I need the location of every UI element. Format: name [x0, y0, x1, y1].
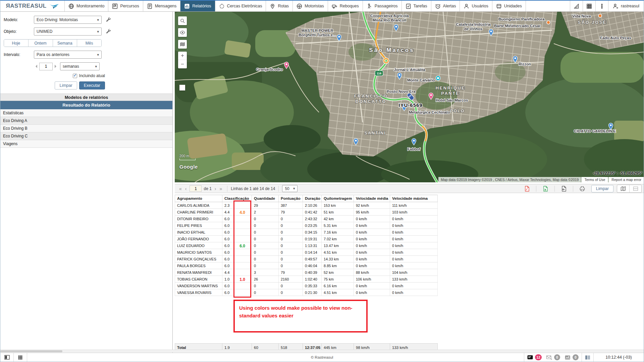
scrollbar-thumb[interactable] — [0, 350, 62, 352]
result-section-header[interactable]: Resultado do Relatório — [0, 101, 172, 109]
split-view-toggle[interactable] — [629, 185, 641, 192]
tab-monitoramento[interactable]: Monitoramento — [65, 1, 108, 11]
limpar-button[interactable]: Limpar — [55, 81, 77, 89]
table-row[interactable]: VANDERSON MARTINS 6.0 0 0 0:35:33 6.16 k… — [175, 283, 438, 289]
objeto-config-button[interactable] — [106, 28, 111, 35]
result-list-item[interactable]: Eco Driving A — [0, 117, 172, 125]
range-ontem-button[interactable]: Ontem — [28, 40, 53, 47]
more-menu-button[interactable] — [595, 1, 608, 11]
decrement-arrow-icon[interactable] — [34, 65, 37, 68]
table-row[interactable]: JOÃO FERNANDO 6.0 0 0 0:19:31 7.02 km 0 … — [175, 236, 438, 242]
prev-page-button[interactable] — [183, 186, 189, 191]
map-selection-box[interactable] — [179, 85, 185, 90]
orange-poi-icon[interactable] — [547, 21, 550, 24]
poi-label[interactable]: Monte Calvário — [407, 78, 435, 82]
tab-cercas-eletronicas[interactable]: Cercas Eletrônicas — [215, 1, 266, 11]
tab-relatorios[interactable]: Relatórios — [180, 1, 215, 11]
grid-limpar-button[interactable]: Limpar — [591, 185, 613, 192]
tab-mensagens[interactable]: Mensagens — [143, 1, 181, 11]
column-header[interactable]: Quantidade — [252, 195, 279, 202]
zoom-in-button[interactable]: + — [178, 52, 187, 60]
vehicle-plate-label[interactable]: IYU-6569 — [398, 102, 422, 108]
apps-grid-button[interactable] — [583, 1, 595, 11]
tab-motoristas[interactable]: Motoristas — [293, 1, 328, 11]
notifications-group[interactable]: 12 0 0 — [524, 353, 582, 362]
table-row[interactable]: LUIZ EDUARDO 6.0 0 0 1:13:31 13.47 km 0 … — [175, 242, 438, 249]
account-menu[interactable]: rastreasul — [608, 1, 644, 11]
poi-label[interactable]: Granja Scodro — [256, 67, 283, 71]
poi-label[interactable]: Vida Nova — [572, 14, 591, 18]
poi-label[interactable]: MASTER POWER — [301, 28, 333, 33]
bottom-grid-button[interactable] — [14, 353, 27, 362]
poi-label[interactable]: Barte Minimercado Cesar — [494, 24, 541, 28]
tab-rotas[interactable]: Rotas — [266, 1, 293, 11]
poi-label[interactable]: Catafesta Indústria — [456, 22, 491, 26]
poi-label[interactable]: Borghetti Turbos e... — [299, 33, 336, 37]
interval-count-input[interactable] — [39, 63, 53, 70]
next-page-button[interactable] — [213, 186, 218, 191]
column-header[interactable]: Velocidade média — [354, 195, 390, 202]
range-mes-button[interactable]: Mês — [77, 40, 101, 47]
executar-button[interactable]: Executar — [79, 81, 105, 89]
interval-unit-select[interactable]: semanas — [60, 62, 100, 70]
table-row[interactable]: CHARLINE PRIMIERI 4.4 2 79 0:41:42 51 km… — [175, 209, 438, 216]
column-header[interactable]: Velocidade máxima — [390, 195, 438, 202]
poi-label[interactable]: Fabbof — [408, 147, 420, 151]
map-layers-button[interactable] — [178, 40, 187, 49]
tab-reboques[interactable]: Reboques — [328, 1, 363, 11]
tab-tarefas[interactable]: Tarefas — [402, 1, 431, 11]
table-row[interactable]: FELIPE PIRES 6.0 0 0 0:23:25 5.31 km 0 k… — [175, 222, 438, 229]
table-row[interactable]: PAULA BORGES 6.0 0 0 0:46:04 8.85 km 0 k… — [175, 262, 438, 269]
tab-percursos[interactable]: Percursos — [108, 1, 143, 11]
intervalo-select[interactable]: Para os anteriores — [34, 51, 102, 59]
terms-of-use-link[interactable]: Terms of Use — [581, 177, 608, 182]
page-number-input[interactable] — [190, 185, 202, 192]
table-row[interactable]: CARLOS ALMEIDA 2.3 29 387 2:10:26 153 km… — [175, 202, 438, 209]
measure-tool-button[interactable] — [570, 1, 583, 11]
tab-usuarios[interactable]: Usuários — [460, 1, 492, 11]
table-row[interactable]: RENATA MANFREDI 4.4 3 79 0:40:39 52 km 8… — [175, 269, 438, 276]
tab-unidades[interactable]: Unidades — [492, 1, 526, 11]
models-section-header[interactable]: Modelos de relatórios — [0, 94, 172, 101]
poi-label[interactable]: Cooperativa Agrícola — [370, 14, 409, 18]
result-list-item[interactable]: Viagens — [0, 140, 172, 148]
map-visibility-button[interactable] — [178, 28, 187, 37]
panel-layout-button[interactable] — [582, 353, 593, 362]
last-page-button[interactable] — [218, 186, 224, 191]
column-header[interactable]: Quilometragem — [322, 195, 354, 202]
export-file-button[interactable] — [558, 185, 570, 192]
table-row[interactable]: VANESSA ROVARIS 6.0 0 0 0:21:30 4.51 km … — [175, 289, 438, 296]
poi-label[interactable]: de Vinhos — [464, 27, 483, 31]
map-container[interactable]: 116 — [175, 12, 644, 182]
poi-label[interactable]: Posto Novo Era — [387, 89, 416, 94]
export-pdf-button[interactable] — [521, 185, 533, 192]
export-excel-button[interactable] — [540, 185, 551, 192]
print-button[interactable] — [577, 185, 588, 192]
poi-label[interactable]: Fado Auto Peças — [600, 36, 631, 40]
modelo-config-button[interactable] — [106, 17, 111, 23]
horizontal-scrollbar[interactable] — [0, 350, 644, 352]
result-list-item[interactable]: Estatísticas — [0, 109, 172, 117]
table-row[interactable]: PATRICK GONÇALVES 6.0 0 0 0:49:57 14.33 … — [175, 256, 438, 262]
increment-arrow-icon[interactable] — [55, 65, 58, 68]
map-search-button[interactable] — [178, 16, 187, 25]
result-list-item[interactable]: Eco Driving B — [0, 125, 172, 132]
page-size-select[interactable]: 50 — [282, 185, 298, 192]
table-row[interactable]: INACIO ERTHAL 6.0 0 0 0:34:15 7.16 km 0 … — [175, 229, 438, 236]
poi-label[interactable]: Metalúrgica Cechinato — [409, 110, 450, 114]
poi-label[interactable]: Mista Rio Brancoll — [373, 18, 406, 22]
modelo-select[interactable]: Eco Driving: Motoristas — [34, 16, 102, 24]
first-page-button[interactable] — [177, 186, 183, 191]
poi-label[interactable]: Hotel São Marcos — [436, 98, 468, 102]
orange-poi-icon[interactable] — [598, 14, 602, 17]
report-map-error-link[interactable]: Report a map error — [608, 177, 644, 182]
table-row[interactable]: MAURICIO SANTOS 6.0 0 0 0:14:14 4.51 km … — [175, 249, 438, 256]
poi-label[interactable]: Buongiorno Panificadora — [498, 17, 545, 21]
table-row[interactable]: TOBIAS CEARON 1.0 26 2160 1:02:40 75 km … — [175, 276, 438, 283]
range-semana-button[interactable]: Semana — [53, 40, 77, 47]
column-header[interactable]: Agrupamento — [175, 195, 222, 202]
objeto-select[interactable]: UNIMED — [34, 27, 102, 36]
tab-passageiros[interactable]: Passageiros — [363, 1, 402, 11]
poi-label[interactable]: Rizzon — [519, 62, 531, 66]
poi-label[interactable]: Jornal L'Attualità — [394, 68, 425, 72]
